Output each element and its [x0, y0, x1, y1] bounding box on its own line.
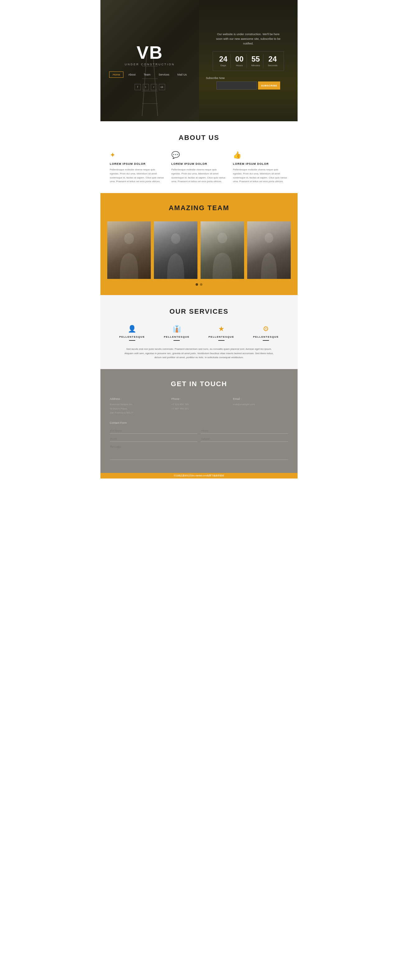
service-title-2: PELLENTESQUE	[154, 336, 199, 338]
countdown-hours: 00 Hours	[232, 54, 247, 68]
service-divider-4	[263, 340, 269, 341]
team-silhouette-4	[252, 230, 287, 279]
countdown-minutes: 55 Minutes	[248, 54, 263, 68]
countdown-seconds: 24 Seconds	[264, 54, 280, 68]
contact-title: GET IN TOUCH	[110, 380, 288, 388]
about-icon-3: 👍	[233, 151, 288, 159]
hero-navigation: Home About Team Services Mail Us	[109, 72, 190, 78]
subscribe-button[interactable]: SUBSCRIBE	[258, 81, 280, 89]
contact-phone-col: Phone : +7 123 456 789 +7 987 654 321	[171, 397, 227, 415]
days-label: Days	[219, 64, 228, 67]
svg-point-6	[124, 233, 134, 244]
social-vk[interactable]: vk	[159, 84, 165, 90]
fullname-input[interactable]	[110, 428, 197, 434]
address-line-1: Euismod Tempor Inc.	[110, 402, 165, 407]
service-item-4: ⚙ PELLENTESQUE	[244, 325, 288, 341]
social-links: f t r vk	[135, 84, 165, 90]
about-icon-2: 💬	[171, 151, 227, 159]
email-label: Email :	[233, 397, 288, 401]
about-col-title-1: LOREM IPSUM DOLOR	[110, 162, 165, 165]
hours-label: Hours	[235, 64, 244, 67]
about-col-2: 💬 LOREM IPSUM DOLOR Pellentesque molesti…	[171, 151, 227, 184]
about-col-text-3: Pellentesque molestie viverra neque quis…	[233, 168, 288, 184]
service-item-2: 👔 PELLENTESQUE	[154, 325, 199, 341]
countdown-days: 24 Days	[216, 54, 231, 68]
team-pagination	[107, 283, 291, 286]
hours-value: 00	[235, 55, 244, 63]
hero-left-panel: VB UNDER CONSTRUCTION Home About Team Se…	[100, 0, 199, 121]
team-grid	[107, 221, 291, 279]
services-description: Sed iaculis erat non justo iaculis commo…	[124, 347, 274, 360]
about-icon-1: ✦	[110, 151, 165, 159]
email-value: mail@example.com	[233, 402, 288, 407]
service-divider-3	[218, 340, 224, 341]
subscribe-label: Subscribe Now	[206, 76, 225, 80]
subscribe-input[interactable]	[217, 81, 257, 89]
nav-team[interactable]: Team	[140, 72, 154, 78]
services-grid: 👤 PELLENTESQUE 👔 PELLENTESQUE ★ PELLENTE…	[110, 325, 288, 341]
team-section: AMAZING TEAM	[100, 193, 298, 295]
service-icon-2: 👔	[154, 325, 199, 333]
service-title-3: PELLENTESQUE	[199, 336, 244, 338]
service-item-1: 👤 PELLENTESQUE	[110, 325, 154, 341]
social-twitter[interactable]: t	[143, 84, 149, 90]
phone-2: +7 987 654 321	[171, 407, 227, 411]
social-rss[interactable]: r	[151, 84, 157, 90]
team-silhouette-1	[111, 230, 146, 279]
nav-about[interactable]: About	[125, 72, 139, 78]
svg-point-9	[264, 233, 273, 243]
about-col-title-3: LOREM IPSUM DOLOR	[233, 162, 288, 165]
under-construction-label: UNDER CONSTRUCTION	[125, 63, 175, 66]
contact-info-grid: Address : Euismod Tempor Inc. St Dolors …	[110, 397, 288, 415]
about-title: ABOUT US	[110, 134, 288, 142]
svg-point-8	[217, 233, 227, 243]
days-value: 24	[219, 55, 228, 63]
contact-address-col: Address : Euismod Tempor Inc. St Dolors …	[110, 397, 165, 415]
contact-form-title: Contact Form	[110, 421, 288, 425]
contact-form	[110, 428, 288, 464]
email-input[interactable]	[110, 436, 197, 442]
social-facebook[interactable]: f	[135, 84, 141, 90]
message-input[interactable]	[110, 444, 288, 460]
team-silhouette-3	[205, 230, 240, 279]
about-col-1: ✦ LOREM IPSUM DOLOR Pellentesque molesti…	[110, 151, 165, 184]
about-col-text-2: Pellentesque molestie viverra neque quis…	[171, 168, 227, 184]
service-divider-2	[174, 340, 180, 341]
phone-1: +7 123 456 789	[171, 402, 227, 407]
subscribe-form: SUBSCRIBE	[217, 81, 280, 89]
about-col-title-2: LOREM IPSUM DOLOR	[171, 162, 227, 165]
team-title: AMAZING TEAM	[107, 204, 291, 212]
services-section: OUR SERVICES 👤 PELLENTESQUE 👔 PELLENTESQ…	[100, 295, 298, 369]
team-dot-1[interactable]	[196, 283, 198, 286]
about-grid: ✦ LOREM IPSUM DOLOR Pellentesque molesti…	[110, 151, 288, 184]
logo-text: VB	[125, 43, 175, 62]
team-member-3	[201, 221, 244, 279]
hero-right-panel: Our website is under construction. We'll…	[199, 0, 298, 121]
service-item-3: ★ PELLENTESQUE	[199, 325, 244, 341]
team-member-4	[247, 221, 291, 279]
subject-input[interactable]	[201, 436, 288, 442]
nav-mail[interactable]: Mail Us	[174, 72, 190, 78]
service-title-4: PELLENTESQUE	[244, 336, 288, 338]
phone-input[interactable]	[201, 428, 288, 434]
hero-logo: VB UNDER CONSTRUCTION	[125, 43, 175, 66]
contact-form-row-2	[110, 436, 288, 442]
hero-tagline-text: Our website is under construction. We'll…	[214, 32, 283, 46]
seconds-label: Seconds	[268, 64, 277, 67]
contact-email-col: Email : mail@example.com	[233, 397, 288, 415]
address-line-2: St Dolors Place,	[110, 407, 165, 411]
contact-form-row-1	[110, 428, 288, 434]
hero-section: VB UNDER CONSTRUCTION Home About Team Se…	[100, 0, 298, 121]
team-dot-2[interactable]	[200, 283, 202, 286]
team-member-2	[154, 221, 197, 279]
service-icon-1: 👤	[110, 325, 154, 333]
svg-point-7	[171, 234, 180, 244]
about-col-text-1: Pellentesque molestie viverra neque quis…	[110, 168, 165, 184]
nav-home[interactable]: Home	[109, 72, 123, 78]
service-icon-4: ⚙	[244, 325, 288, 333]
nav-services[interactable]: Services	[155, 72, 173, 78]
about-section: ABOUT US ✦ LOREM IPSUM DOLOR Pellentesqu…	[100, 121, 298, 193]
service-title-1: PELLENTESQUE	[110, 336, 154, 338]
seconds-value: 24	[268, 55, 277, 63]
phone-label: Phone :	[171, 397, 227, 401]
